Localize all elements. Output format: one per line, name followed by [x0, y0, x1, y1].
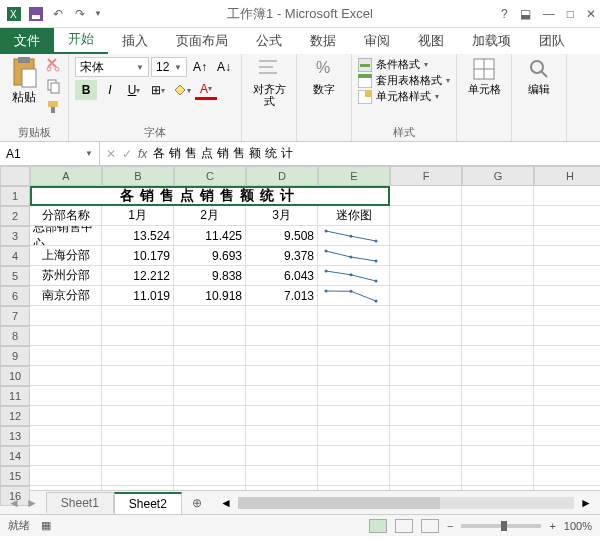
row-header[interactable]: 6	[0, 286, 30, 306]
cell[interactable]	[534, 326, 600, 346]
cell[interactable]	[318, 326, 390, 346]
cell[interactable]	[462, 226, 534, 246]
cell[interactable]: 分部名称	[30, 206, 102, 226]
sheet-tab[interactable]: Sheet2	[114, 492, 182, 514]
copy-icon[interactable]	[46, 78, 62, 97]
row-header[interactable]: 7	[0, 306, 30, 326]
cell[interactable]	[390, 246, 462, 266]
cell[interactable]: 10.179	[102, 246, 174, 266]
cell[interactable]: 2月	[174, 206, 246, 226]
cell[interactable]	[102, 486, 174, 490]
confirm-icon[interactable]: ✓	[122, 147, 132, 161]
help-icon[interactable]: ?	[501, 7, 508, 21]
cell[interactable]	[534, 426, 600, 446]
cell[interactable]: 7.013	[246, 286, 318, 306]
tab-addin[interactable]: 加载项	[458, 28, 525, 54]
font-name-select[interactable]: 宋体▼	[75, 57, 149, 77]
fx-icon[interactable]: fx	[138, 147, 147, 161]
redo-icon[interactable]: ↷	[72, 6, 88, 22]
cell[interactable]: 9.838	[174, 266, 246, 286]
cell[interactable]	[462, 386, 534, 406]
cell[interactable]	[462, 366, 534, 386]
cell[interactable]	[390, 206, 462, 226]
row-header[interactable]: 8	[0, 326, 30, 346]
cell[interactable]	[390, 306, 462, 326]
cell[interactable]	[462, 406, 534, 426]
cell[interactable]	[102, 426, 174, 446]
cell[interactable]	[318, 426, 390, 446]
cell[interactable]	[174, 306, 246, 326]
table-format-button[interactable]: 套用表格格式▾	[358, 73, 450, 88]
col-header[interactable]: D	[246, 166, 318, 186]
minimize-icon[interactable]: —	[543, 7, 555, 21]
cell[interactable]	[318, 226, 390, 246]
row-header[interactable]: 2	[0, 206, 30, 226]
cell[interactable]	[462, 446, 534, 466]
row-header[interactable]: 10	[0, 366, 30, 386]
cell[interactable]	[318, 346, 390, 366]
cell[interactable]	[462, 346, 534, 366]
cell[interactable]	[318, 446, 390, 466]
cell[interactable]	[102, 306, 174, 326]
cell[interactable]	[534, 306, 600, 326]
undo-icon[interactable]: ↶	[50, 6, 66, 22]
macro-record-icon[interactable]: ▦	[41, 519, 51, 531]
cell[interactable]	[30, 466, 102, 486]
cell[interactable]	[30, 346, 102, 366]
col-header[interactable]: B	[102, 166, 174, 186]
cell[interactable]	[30, 406, 102, 426]
cell[interactable]	[318, 266, 390, 286]
increase-font-icon[interactable]: A↑	[189, 57, 211, 77]
cell[interactable]: 1月	[102, 206, 174, 226]
cell[interactable]	[246, 426, 318, 446]
cell[interactable]	[462, 486, 534, 490]
cell[interactable]	[534, 206, 600, 226]
cell[interactable]	[102, 446, 174, 466]
cell[interactable]	[174, 466, 246, 486]
border-icon[interactable]: ⊞▾	[147, 80, 169, 100]
horizontal-scrollbar[interactable]: ◄►	[212, 496, 600, 510]
row-header[interactable]: 15	[0, 466, 30, 486]
cell[interactable]: 13.524	[102, 226, 174, 246]
italic-button[interactable]: I	[99, 80, 121, 100]
cell[interactable]	[246, 326, 318, 346]
cell[interactable]: 苏州分部	[30, 266, 102, 286]
cell[interactable]: 总部销售中心	[30, 226, 102, 246]
cell[interactable]	[102, 366, 174, 386]
formula-input[interactable]: 各销售点销售额统计	[153, 145, 297, 162]
tab-insert[interactable]: 插入	[108, 28, 162, 54]
paste-button[interactable]: 粘贴	[6, 57, 42, 106]
number-button[interactable]: % 数字	[303, 57, 345, 95]
cell[interactable]	[30, 306, 102, 326]
sheet-tab[interactable]: Sheet1	[46, 492, 114, 513]
cell[interactable]	[246, 306, 318, 326]
cell[interactable]	[462, 426, 534, 446]
cell[interactable]	[246, 366, 318, 386]
cell[interactable]	[390, 466, 462, 486]
col-header[interactable]: C	[174, 166, 246, 186]
title-cell[interactable]: 各销售点销售额统计	[30, 186, 390, 206]
format-painter-icon[interactable]	[46, 99, 62, 118]
cell[interactable]	[174, 366, 246, 386]
cell[interactable]	[102, 326, 174, 346]
zoom-slider[interactable]	[461, 524, 541, 528]
cell[interactable]	[534, 266, 600, 286]
col-header[interactable]: E	[318, 166, 390, 186]
cell[interactable]	[534, 286, 600, 306]
cell[interactable]: 11.425	[174, 226, 246, 246]
cell[interactable]	[102, 466, 174, 486]
font-color-icon[interactable]: A▾	[195, 80, 217, 100]
tab-home[interactable]: 开始	[54, 26, 108, 54]
row-header[interactable]: 11	[0, 386, 30, 406]
cell[interactable]: 9.508	[246, 226, 318, 246]
decrease-font-icon[interactable]: A↓	[213, 57, 235, 77]
zoom-level[interactable]: 100%	[564, 520, 592, 532]
cell[interactable]: 9.693	[174, 246, 246, 266]
conditional-format-button[interactable]: 条件格式▾	[358, 57, 450, 72]
cell[interactable]	[462, 206, 534, 226]
cell[interactable]: 3月	[246, 206, 318, 226]
view-break-icon[interactable]	[421, 519, 439, 533]
cancel-icon[interactable]: ✕	[106, 147, 116, 161]
tab-view[interactable]: 视图	[404, 28, 458, 54]
cell[interactable]	[246, 466, 318, 486]
